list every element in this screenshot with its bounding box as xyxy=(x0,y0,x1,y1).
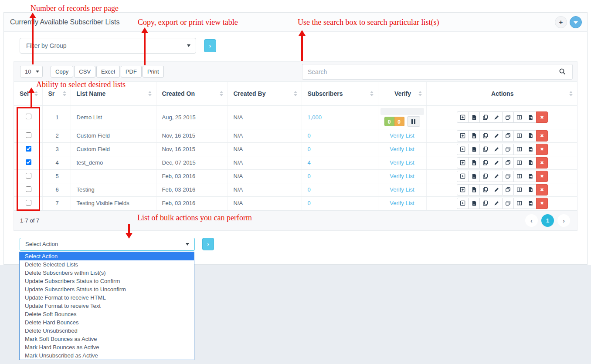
add-action-button[interactable] xyxy=(457,157,469,169)
copy-pages-action-button[interactable] xyxy=(479,198,491,209)
bulk-action-option[interactable]: Delete Subscribers within List(s) xyxy=(20,269,194,277)
add-action-button[interactable] xyxy=(457,184,469,195)
column-header-created-on[interactable]: Created On xyxy=(156,82,228,105)
file-export-action-button[interactable] xyxy=(525,171,537,182)
file-export-action-button[interactable] xyxy=(525,198,537,209)
verify-list-link[interactable]: Verify List xyxy=(390,200,414,206)
columns-action-button[interactable] xyxy=(513,130,525,142)
bulk-action-option[interactable]: Update Format to receive Text xyxy=(20,302,194,310)
file-import-action-button[interactable] xyxy=(468,144,480,155)
bulk-action-option[interactable]: Mark Hard Bounces as Active xyxy=(20,343,194,351)
verify-list-link[interactable]: Verify List xyxy=(390,173,414,179)
csv-button[interactable]: CSV xyxy=(74,66,95,78)
columns-action-button[interactable] xyxy=(513,198,525,209)
file-export-action-button[interactable] xyxy=(525,144,537,155)
copy-pages-action-button[interactable] xyxy=(479,157,491,169)
verify-list-link[interactable]: Verify List xyxy=(390,132,414,139)
copy-pages-action-button[interactable] xyxy=(479,111,491,123)
print-button[interactable]: Print xyxy=(143,66,164,78)
bulk-go-button[interactable]: › xyxy=(202,238,214,250)
file-export-action-button[interactable] xyxy=(525,184,537,195)
subscribers-count-link[interactable]: 4 xyxy=(308,159,311,166)
search-input[interactable] xyxy=(302,64,552,80)
file-import-action-button[interactable] xyxy=(468,198,480,209)
add-action-button[interactable] xyxy=(457,171,469,182)
add-action-button[interactable] xyxy=(457,144,469,155)
delete-action-button[interactable] xyxy=(536,157,548,169)
delete-action-button[interactable] xyxy=(536,184,548,195)
delete-action-button[interactable] xyxy=(536,171,548,182)
subscribers-count-link[interactable]: 1,000 xyxy=(308,114,322,121)
file-import-action-button[interactable] xyxy=(468,157,480,169)
clone-action-button[interactable] xyxy=(502,144,514,155)
delete-action-button[interactable] xyxy=(536,130,548,142)
search-button[interactable] xyxy=(552,64,573,80)
file-export-action-button[interactable] xyxy=(525,157,537,169)
edit-action-button[interactable] xyxy=(491,111,503,123)
bulk-action-option[interactable]: Mark Soft Bounces as Active xyxy=(20,335,194,343)
bulk-action-option[interactable]: Delete Hard Bounces xyxy=(20,318,194,327)
collapse-panel-button[interactable] xyxy=(570,16,582,28)
excel-button[interactable]: Excel xyxy=(96,66,120,78)
copy-pages-action-button[interactable] xyxy=(479,184,491,195)
columns-action-button[interactable] xyxy=(513,111,525,123)
column-header-created-by[interactable]: Created By xyxy=(228,82,302,105)
bulk-action-option[interactable]: Select Action xyxy=(20,252,194,260)
copy-pages-action-button[interactable] xyxy=(479,144,491,155)
edit-action-button[interactable] xyxy=(491,184,503,195)
page-size-select[interactable]: 10 xyxy=(20,66,43,78)
pdf-button[interactable]: PDF xyxy=(121,66,142,78)
bulk-action-option[interactable]: Delete Soft Bounces xyxy=(20,310,194,318)
column-header-actions[interactable]: Actions xyxy=(426,82,577,105)
edit-action-button[interactable] xyxy=(491,198,503,209)
edit-action-button[interactable] xyxy=(491,130,503,142)
columns-action-button[interactable] xyxy=(513,171,525,182)
clone-action-button[interactable] xyxy=(502,111,514,123)
bulk-action-select[interactable]: Select Action xyxy=(20,238,195,251)
columns-action-button[interactable] xyxy=(513,184,525,195)
bulk-action-option[interactable]: Update Format to receive HTML xyxy=(20,293,194,302)
filter-go-button[interactable]: › xyxy=(204,39,216,52)
copy-pages-action-button[interactable] xyxy=(479,171,491,182)
bulk-action-option[interactable]: Update Subscribers Status to Unconfirm xyxy=(20,285,194,293)
file-import-action-button[interactable] xyxy=(468,111,480,123)
subscribers-count-link[interactable]: 0 xyxy=(308,146,311,152)
edit-action-button[interactable] xyxy=(491,144,503,155)
columns-action-button[interactable] xyxy=(513,157,525,169)
bulk-action-option[interactable]: Delete Selected Lists xyxy=(20,260,194,269)
file-export-action-button[interactable] xyxy=(525,130,537,142)
delete-action-button[interactable] xyxy=(536,198,548,209)
add-action-button[interactable] xyxy=(457,130,469,142)
add-action-button[interactable] xyxy=(457,198,469,209)
column-header-subscribers[interactable]: Subscribers xyxy=(302,82,378,105)
subscribers-count-link[interactable]: 0 xyxy=(308,173,311,179)
subscribers-count-link[interactable]: 0 xyxy=(308,132,311,139)
clone-action-button[interactable] xyxy=(502,184,514,195)
file-import-action-button[interactable] xyxy=(468,184,480,195)
delete-action-button[interactable] xyxy=(536,144,548,155)
copy-pages-action-button[interactable] xyxy=(479,130,491,142)
bulk-action-option[interactable]: Update Subscribers Status to Confirm xyxy=(20,277,194,285)
file-import-action-button[interactable] xyxy=(468,130,480,142)
clone-action-button[interactable] xyxy=(502,198,514,209)
bulk-action-option[interactable]: Mark Unsubscribed as Active xyxy=(20,351,194,360)
pause-verify-button[interactable] xyxy=(407,116,420,127)
copy-button[interactable]: Copy xyxy=(51,66,73,78)
delete-action-button[interactable] xyxy=(536,111,548,123)
current-page-button[interactable]: 1 xyxy=(541,214,554,227)
clone-action-button[interactable] xyxy=(502,130,514,142)
column-header-verify[interactable]: Verify xyxy=(378,82,426,105)
clone-action-button[interactable] xyxy=(502,171,514,182)
edit-action-button[interactable] xyxy=(491,171,503,182)
subscribers-count-link[interactable]: 0 xyxy=(308,186,311,193)
file-import-action-button[interactable] xyxy=(468,171,480,182)
prev-page-button[interactable]: ‹ xyxy=(525,214,538,227)
add-list-button[interactable]: + xyxy=(555,16,567,28)
filter-group-select[interactable]: Filter by Group xyxy=(20,38,196,54)
add-action-button[interactable] xyxy=(457,111,469,123)
file-export-action-button[interactable] xyxy=(525,111,537,123)
clone-action-button[interactable] xyxy=(502,157,514,169)
next-page-button[interactable]: › xyxy=(557,214,570,227)
verify-list-link[interactable]: Verify List xyxy=(390,159,414,166)
bulk-action-option[interactable]: Delete Unsubscribed xyxy=(20,327,194,335)
